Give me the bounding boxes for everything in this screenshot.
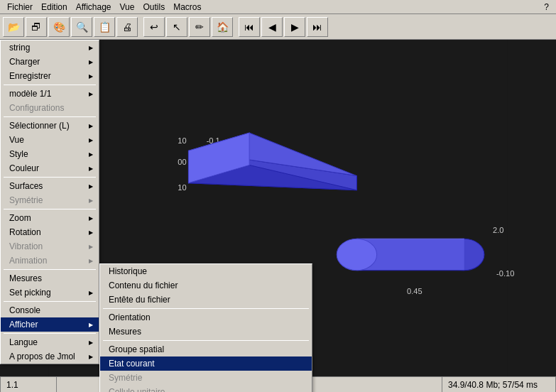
toolbar-undo[interactable]: ↩ xyxy=(143,17,165,37)
menu-item-couleur[interactable]: Couleur xyxy=(1,161,99,175)
menu-item-surfaces[interactable]: Surfaces xyxy=(1,179,99,193)
status-memory: 34.9/40.8 Mb; 57/54 ms xyxy=(442,377,556,392)
svg-text:10: 10 xyxy=(178,183,186,192)
svg-point-18 xyxy=(337,239,376,270)
menu-level1: string Charger Enregistrer modèle 1/1 Co… xyxy=(0,40,99,364)
toolbar-edit[interactable]: ✏ xyxy=(189,17,210,37)
svg-text:0.45: 0.45 xyxy=(407,287,423,295)
toolbar-first[interactable]: ⏮ xyxy=(239,17,260,37)
menu-item-langue[interactable]: Langue xyxy=(1,335,99,349)
menu-item-modele[interactable]: modèle 1/1 xyxy=(1,87,99,101)
svg-text:-0.10: -0.10 xyxy=(496,269,514,278)
toolbar: 📂 🗗 🎨 🔍 📋 🖨 ↩ ↖ ✏ 🏠 ⏮ ◀ ▶ ⏭ xyxy=(0,14,556,40)
menu-help[interactable]: ? xyxy=(540,1,553,13)
toolbar-color[interactable]: 🎨 xyxy=(48,17,70,37)
svg-text:10: 10 xyxy=(178,136,186,145)
menu-l2-symetrie: Symétrie xyxy=(100,371,312,385)
menu-item-rotation[interactable]: Rotation xyxy=(1,225,99,239)
status-version: 1.1 xyxy=(0,377,57,392)
toolbar-prev[interactable]: ◀ xyxy=(261,17,283,37)
menu-edition[interactable]: Edition xyxy=(37,1,72,13)
menu-vue[interactable]: Vue xyxy=(116,1,139,13)
menu-affichage[interactable]: Affichage xyxy=(72,1,116,13)
menu-item-set-picking[interactable]: Set picking xyxy=(1,285,99,300)
menu-l2-mesures[interactable]: Mesures xyxy=(100,325,312,339)
toolbar-clipboard[interactable]: 📋 xyxy=(94,17,115,37)
menu-item-afficher[interactable]: Afficher xyxy=(1,317,99,332)
l2-sep1 xyxy=(103,308,309,309)
menu-outils[interactable]: Outils xyxy=(138,1,169,13)
toolbar-next[interactable]: ▶ xyxy=(284,17,305,37)
sep7 xyxy=(4,333,96,334)
menu-item-apropos[interactable]: A propos de Jmol xyxy=(1,349,99,364)
menu-item-symetrie: Symétrie xyxy=(1,193,99,207)
menu-item-vue[interactable]: Vue xyxy=(1,133,99,147)
toolbar-sep1 xyxy=(139,17,142,37)
toolbar-sep2 xyxy=(234,17,237,37)
menu-item-vibration: Vibration xyxy=(1,239,99,254)
menu-item-style[interactable]: Style xyxy=(1,147,99,161)
toolbar-home[interactable]: 🏠 xyxy=(212,17,233,37)
menubar: Fichier Edition Affichage Vue Outils Mac… xyxy=(0,0,556,14)
menu-l2-etat-courant[interactable]: Etat courant xyxy=(100,356,312,371)
menu-item-configurations: Configurations xyxy=(1,101,99,115)
menu-item-mesures[interactable]: Mesures xyxy=(1,271,99,285)
toolbar-open[interactable]: 📂 xyxy=(3,17,24,37)
toolbar-search[interactable]: 🔍 xyxy=(71,17,92,37)
toolbar-last[interactable]: ⏭ xyxy=(307,17,328,37)
menu-l2-groupe-spatial[interactable]: Groupe spatial xyxy=(100,342,312,356)
menu-item-string[interactable]: string xyxy=(1,40,99,55)
menu-item-console[interactable]: Console xyxy=(1,303,99,317)
sep2 xyxy=(4,116,96,117)
menu-l2-cellule: Cellule unitaire xyxy=(100,385,312,392)
menu-item-selectionner[interactable]: Sélectionner (L) xyxy=(1,119,99,133)
sep5 xyxy=(4,269,96,270)
sep4 xyxy=(4,209,96,209)
toolbar-image[interactable]: 🗗 xyxy=(26,17,47,37)
menu-item-enregistrer[interactable]: Enregistrer xyxy=(1,69,99,83)
svg-text:00: 00 xyxy=(178,158,186,166)
l2-sep2 xyxy=(103,340,309,341)
sep1 xyxy=(4,85,96,85)
menu-l2-historique[interactable]: Historique xyxy=(100,264,312,278)
menu-l2-orientation[interactable]: Orientation xyxy=(100,310,312,325)
menu-l2-entete[interactable]: Entête du fichier xyxy=(100,293,312,307)
sep3 xyxy=(4,177,96,178)
menu-item-charger[interactable]: Charger xyxy=(1,55,99,69)
menu-fichier[interactable]: Fichier xyxy=(3,1,37,13)
main-area: 10 -0.1 00 10 0.9 1.00 0.45 2.0 -0.10 st… xyxy=(0,40,556,376)
menu-macros[interactable]: Macros xyxy=(169,1,205,13)
toolbar-print[interactable]: 🖨 xyxy=(116,17,138,37)
toolbar-cursor[interactable]: ↖ xyxy=(166,17,187,37)
svg-text:2.0: 2.0 xyxy=(493,226,503,234)
menu-level2: Historique Contenu du fichier Entête du … xyxy=(99,263,312,392)
sep6 xyxy=(4,301,96,302)
menu-l2-contenu[interactable]: Contenu du fichier xyxy=(100,278,312,293)
menu-item-zoom[interactable]: Zoom xyxy=(1,211,99,225)
menu-item-animation: Animation xyxy=(1,254,99,268)
